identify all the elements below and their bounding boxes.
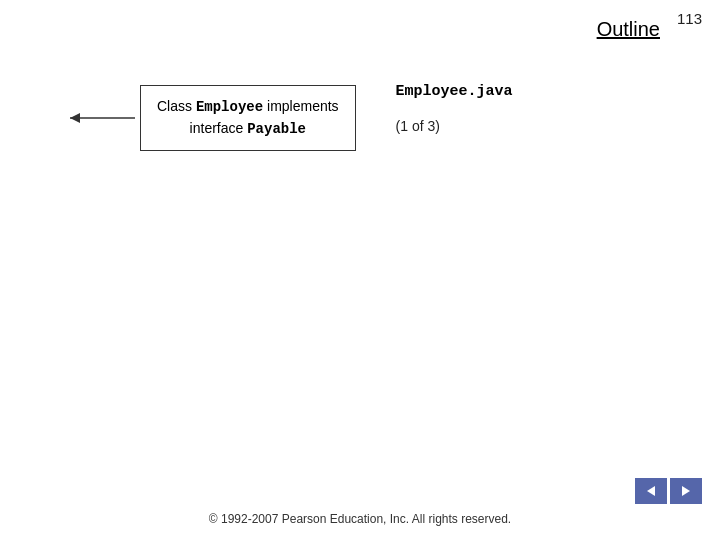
slide-title: Outline bbox=[597, 18, 660, 41]
page-number: 113 bbox=[677, 10, 702, 27]
employee-class-name: Employee bbox=[196, 99, 263, 115]
implements-text: implements bbox=[263, 98, 338, 114]
arrow-icon bbox=[60, 108, 140, 128]
class-text-prefix: Class bbox=[157, 98, 196, 114]
interface-text: interface bbox=[190, 120, 248, 136]
class-description-box: Class Employee implements interface Paya… bbox=[140, 85, 356, 151]
next-icon bbox=[679, 484, 693, 498]
svg-marker-2 bbox=[647, 486, 655, 496]
employee-java-label: Employee.java bbox=[396, 83, 513, 100]
next-button[interactable] bbox=[670, 478, 702, 504]
copyright-text: © 1992-2007 Pearson Education, Inc. All … bbox=[209, 512, 511, 526]
payable-interface-name: Payable bbox=[247, 121, 306, 137]
arrow-box-container: Class Employee implements interface Paya… bbox=[60, 85, 356, 151]
content-area: Class Employee implements interface Paya… bbox=[60, 75, 680, 151]
page-indicator: (1 of 3) bbox=[396, 118, 513, 134]
prev-icon bbox=[644, 484, 658, 498]
prev-button[interactable] bbox=[635, 478, 667, 504]
footer: © 1992-2007 Pearson Education, Inc. All … bbox=[0, 478, 720, 526]
nav-buttons bbox=[0, 478, 720, 504]
svg-marker-1 bbox=[70, 113, 80, 123]
right-info: Employee.java (1 of 3) bbox=[396, 83, 513, 134]
svg-marker-3 bbox=[682, 486, 690, 496]
